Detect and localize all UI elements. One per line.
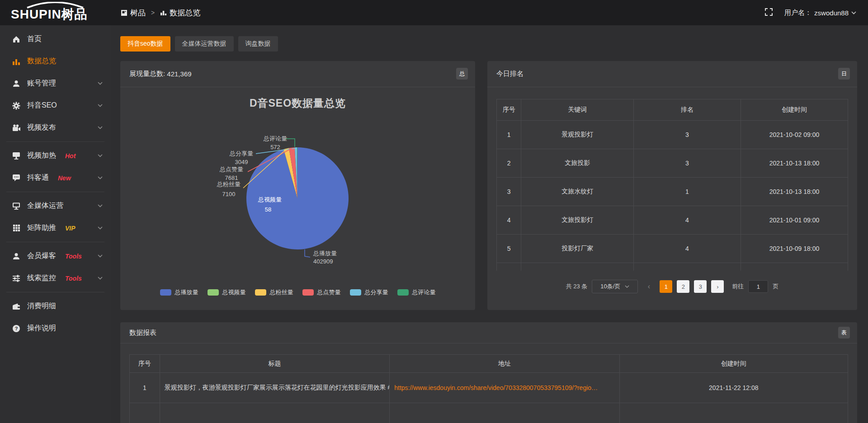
chevron-down-icon	[851, 11, 856, 14]
question-icon: ?	[12, 324, 21, 333]
pie-label-videos-name: 总视频量	[258, 196, 282, 203]
sidebar-item-home[interactable]: 首页	[0, 28, 111, 50]
home-icon	[12, 35, 21, 43]
day-toggle-button[interactable]: 日	[838, 68, 850, 80]
page-button-3[interactable]: 3	[694, 280, 707, 293]
breadcrumb-root[interactable]: 树品	[121, 8, 146, 18]
legend-item-fans[interactable]: 总粉丝量	[255, 288, 293, 296]
table-row: 3文旅水纹灯 12021-10-13 18:00	[497, 178, 848, 206]
sidebar-item-media-ops[interactable]: 全媒体运营	[0, 195, 111, 217]
chevron-down-icon	[98, 104, 103, 107]
user-menu[interactable]: 用户名： zswodun88	[784, 9, 856, 17]
data-report-panel: 数据报表 表 序号 标题 地址 创建时间 1	[120, 322, 857, 423]
impressions-total-label: 展现量总数:	[129, 70, 165, 78]
legend-swatch	[350, 289, 361, 296]
pie-label-comments-name: 总评论量	[263, 135, 287, 142]
pie-chart-svg: 总评论量 572 总分享量 3049 总点赞量 7681 总粉丝量 7100 总…	[120, 87, 475, 284]
breadcrumb-current[interactable]: 数据总览	[160, 8, 200, 18]
page-button-1[interactable]: 1	[660, 280, 672, 293]
pie-label-shares-value: 3049	[235, 159, 248, 165]
tab-douyin-seo-data[interactable]: 抖音seo数据	[120, 36, 170, 52]
table-toggle-button[interactable]: 表	[838, 327, 850, 338]
sidebar: 首页 数据总览 账号管理 抖音SEO	[0, 25, 111, 423]
table-header-row: 序号 标题 地址 创建时间	[130, 355, 848, 373]
sidebar-divider	[6, 141, 104, 142]
chevron-down-icon	[625, 285, 629, 288]
bar-chart-icon	[12, 58, 21, 65]
chat-icon	[12, 174, 21, 182]
chevron-down-icon	[98, 154, 103, 157]
sidebar-item-video-publish[interactable]: 视频发布	[0, 117, 111, 139]
svg-text:?: ?	[15, 326, 18, 331]
table-header-row: 序号 关键词 排名 创建时间	[497, 99, 848, 121]
table-row: 4文旅投影灯 42021-10-01 09:00	[497, 206, 848, 235]
tools-badge: Tools	[65, 275, 82, 282]
page-button-2[interactable]: 2	[677, 280, 689, 293]
breadcrumb: 树品 > 数据总览	[121, 8, 200, 18]
app-logo[interactable]: SHUPIN树品	[0, 2, 111, 24]
next-page-button[interactable]: ›	[711, 280, 724, 293]
hot-badge: Hot	[65, 152, 75, 160]
sidebar-item-doukertong[interactable]: 抖客通 New	[0, 167, 111, 189]
pagination-total: 共 23 条	[566, 282, 588, 291]
wallet-icon	[12, 303, 21, 310]
top-bar: SHUPIN树品 树品 > 数据总览 用户名： zswodun88	[0, 0, 868, 25]
fullscreen-button[interactable]	[765, 8, 773, 17]
sliders-icon	[12, 275, 21, 282]
sidebar-item-leads[interactable]: 线索监控 Tools	[0, 267, 111, 289]
sidebar-item-consumption[interactable]: 消费明细	[0, 295, 111, 317]
report-title-cell: 景观投影灯，夜游景观投影灯厂家展示展示落花灯在花园里的灯光投影应用效果 #	[160, 373, 389, 403]
total-toggle-button[interactable]: 总	[456, 68, 468, 80]
goto-suffix: 页	[773, 282, 778, 291]
today-ranking-panel: 今日排名 日 序号 关键词 排名 创建时间	[487, 61, 857, 310]
legend-item-plays[interactable]: 总播放量	[160, 288, 198, 296]
prev-page-button[interactable]: ‹	[642, 280, 655, 293]
legend-item-likes[interactable]: 总点赞量	[302, 288, 341, 296]
sidebar-item-instructions[interactable]: ? 操作说明	[0, 317, 111, 339]
table-row: 1景观投影灯 32021-10-02 09:00	[497, 121, 848, 149]
leader-line-plays	[305, 249, 310, 257]
ranking-table: 序号 关键词 排名 创建时间 1景观投影灯 32021-10-02 09:00	[496, 99, 848, 271]
chart-panel-header: 展现量总数: 421,369	[120, 61, 475, 87]
impressions-total-value: 421,369	[167, 70, 191, 78]
tab-media-ops-data[interactable]: 全媒体运营数据	[175, 36, 234, 52]
ranking-panel-title: 今日排名	[487, 61, 857, 87]
sidebar-divider	[6, 192, 104, 192]
screen-icon	[12, 152, 21, 160]
pie-label-plays-name: 总播放量	[313, 250, 337, 257]
pie-label-plays-value: 402909	[313, 258, 333, 265]
legend-item-comments[interactable]: 总评论量	[397, 288, 436, 296]
goto-page-input[interactable]	[748, 280, 768, 293]
table-row	[130, 403, 848, 423]
sidebar-item-account[interactable]: 账号管理	[0, 72, 111, 94]
sidebar-item-data-overview[interactable]: 数据总览	[0, 50, 111, 72]
pie-label-likes-name: 总点赞量	[219, 166, 243, 173]
legend-item-videos[interactable]: 总视频量	[208, 288, 246, 296]
pie-label-likes-value: 7681	[225, 174, 238, 181]
legend-item-shares[interactable]: 总分享量	[350, 288, 388, 296]
sidebar-item-video-heat[interactable]: 视频加热 Hot	[0, 145, 111, 167]
pie-label-fans-value: 7100	[222, 191, 236, 197]
table-row: 1 景观投影灯，夜游景观投影灯厂家展示展示落花灯在花园里的灯光投影应用效果 # …	[130, 373, 848, 403]
data-tabs: 抖音seo数据 全媒体运营数据 询盘数据	[120, 36, 857, 52]
sidebar-item-douyin-seo[interactable]: 抖音SEO	[0, 94, 111, 117]
legend-swatch	[160, 289, 171, 296]
report-panel-title: 数据报表	[120, 322, 857, 343]
sidebar-item-matrix-boost[interactable]: 矩阵助推 VIP	[0, 217, 111, 239]
legend-swatch	[255, 289, 266, 296]
tab-inquiry-data[interactable]: 询盘数据	[238, 36, 278, 52]
page-size-select[interactable]: 10条/页	[592, 280, 638, 293]
table-row: 2文旅投影 32021-10-13 18:00	[497, 149, 848, 178]
pie-legend: 总播放量 总视频量 总粉丝量 总点赞量 总分享量 总评论量	[120, 288, 475, 296]
vip-badge: VIP	[65, 225, 75, 232]
grid-icon	[12, 224, 21, 232]
bar-chart-icon	[160, 9, 167, 16]
report-table: 序号 标题 地址 创建时间 1 景观投影灯，夜游景观投影灯厂家展示展示落花灯在花…	[129, 354, 848, 423]
report-url-link[interactable]: https://www.iesdouyin.com/share/video/70…	[394, 384, 598, 391]
table-row: 5投影灯厂家 42021-10-09 18:00	[497, 235, 848, 263]
legend-swatch	[208, 289, 219, 296]
sidebar-item-member[interactable]: 会员爆客 Tools	[0, 245, 111, 267]
new-badge: New	[58, 174, 71, 182]
fullscreen-icon	[765, 8, 773, 16]
legend-swatch	[397, 289, 409, 296]
